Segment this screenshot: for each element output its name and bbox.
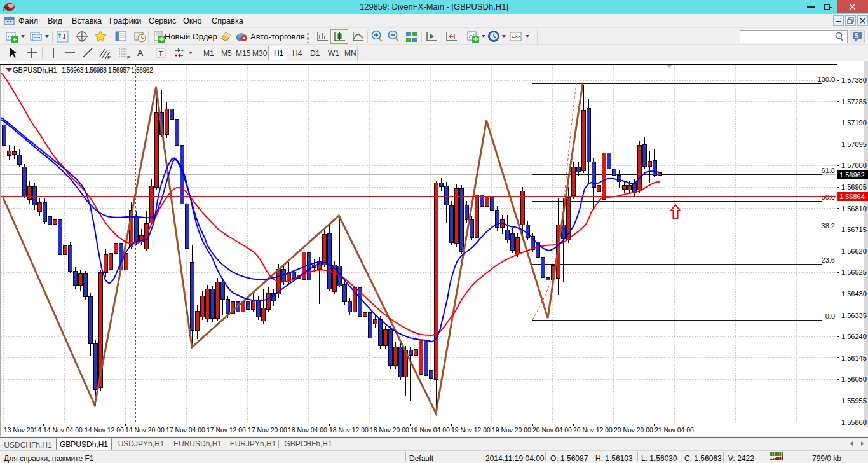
- svg-text:23.6: 23.6: [822, 256, 835, 264]
- svg-text:20 Nov 12:00: 20 Nov 12:00: [573, 427, 613, 434]
- svg-text:14 Nov 12:00: 14 Nov 12:00: [85, 427, 124, 434]
- svg-text:1.56905: 1.56905: [841, 183, 867, 191]
- svg-text:1.56335: 1.56335: [841, 312, 867, 319]
- svg-text:1.56620: 1.56620: [841, 247, 867, 255]
- svg-text:61.8: 61.8: [822, 167, 835, 174]
- svg-text:1.56430: 1.56430: [841, 290, 867, 298]
- svg-text:1.56050: 1.56050: [841, 375, 867, 383]
- svg-text:13 Nov 2014: 13 Nov 2014: [4, 427, 41, 434]
- svg-text:1.57380: 1.57380: [841, 76, 867, 84]
- svg-text:E: E: [107, 55, 111, 60]
- svg-text:1.56145: 1.56145: [841, 354, 867, 362]
- svg-text:1.57285: 1.57285: [841, 98, 867, 106]
- svg-text:GBPUSDh,H1: GBPUSDh,H1: [13, 66, 57, 74]
- svg-text:14 Nov 20:00: 14 Nov 20:00: [125, 427, 165, 434]
- svg-text:1.57000: 1.57000: [841, 162, 867, 169]
- svg-text:1.56525: 1.56525: [841, 268, 867, 276]
- svg-text:F: F: [127, 55, 130, 60]
- svg-text:1.56864: 1.56864: [839, 193, 865, 200]
- svg-text:14 Nov 04:00: 14 Nov 04:00: [43, 427, 83, 434]
- svg-text:0.0: 0.0: [825, 312, 835, 320]
- svg-text:T: T: [159, 50, 163, 57]
- svg-text:18 Nov 04:00: 18 Nov 04:00: [288, 427, 327, 434]
- svg-text:1.55955: 1.55955: [841, 397, 867, 404]
- svg-text:19 Nov 20:00: 19 Nov 20:00: [492, 427, 531, 434]
- svg-text:50.0: 50.0: [822, 193, 835, 201]
- svg-text:20 Nov 04:00: 20 Nov 04:00: [532, 427, 572, 434]
- svg-text:5: 5: [855, 32, 859, 39]
- svg-text:21 Nov 04:00: 21 Nov 04:00: [654, 427, 694, 434]
- svg-text:1.57095: 1.57095: [841, 141, 867, 148]
- svg-text:100.0: 100.0: [817, 76, 835, 83]
- svg-text:1.57190: 1.57190: [841, 119, 867, 127]
- svg-text:19 Nov 12:00: 19 Nov 12:00: [451, 427, 491, 434]
- svg-text:20 Nov 20:00: 20 Nov 20:00: [614, 427, 653, 434]
- svg-text:1.56240: 1.56240: [841, 333, 867, 340]
- svg-text:17 Nov 12:00: 17 Nov 12:00: [207, 427, 246, 434]
- svg-text:18 Nov 20:00: 18 Nov 20:00: [370, 427, 409, 434]
- svg-text:18 Nov 12:00: 18 Nov 12:00: [329, 427, 369, 434]
- svg-text:1.56963 1.56988 1.56957 1.5696: 1.56963 1.56988 1.56957 1.56962: [62, 67, 153, 74]
- svg-text:19 Nov 04:00: 19 Nov 04:00: [410, 427, 450, 434]
- svg-text:1.56715: 1.56715: [841, 226, 867, 233]
- svg-text:17 Nov 20:00: 17 Nov 20:00: [248, 427, 287, 434]
- svg-text:38.2: 38.2: [822, 222, 835, 230]
- svg-text:1.55860: 1.55860: [841, 418, 867, 426]
- svg-text:1.56962: 1.56962: [839, 171, 865, 179]
- svg-text:17 Nov 04:00: 17 Nov 04:00: [166, 427, 205, 434]
- svg-text:1.56810: 1.56810: [841, 205, 867, 212]
